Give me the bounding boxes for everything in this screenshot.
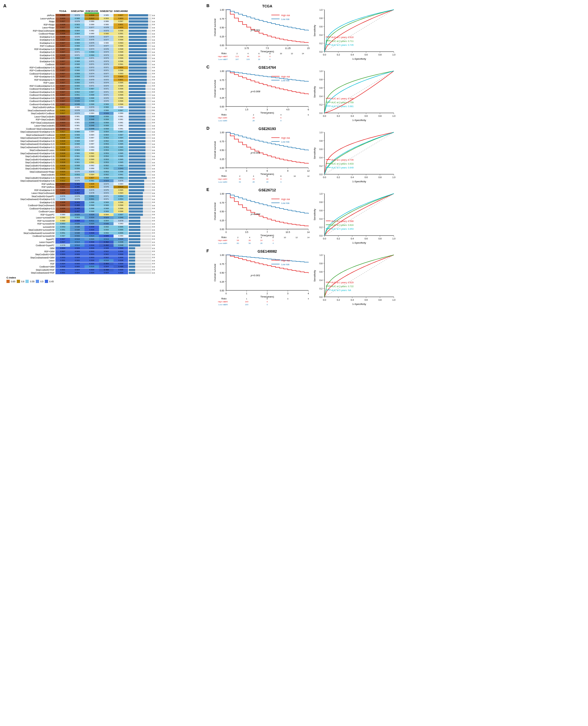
heatmap-cell: 0.628	[56, 201, 70, 204]
bar-fill	[129, 33, 147, 35]
svg-text:0: 0	[226, 108, 227, 111]
svg-text:Risk: Risk	[221, 297, 226, 300]
bar-cell: 0.6	[128, 158, 155, 161]
legend-swatch-045	[45, 280, 48, 283]
heatmap-row: CoxBoost+Enet[alpha=0.2]0.6260.4490.5680…	[3, 207, 203, 210]
svg-text:Risk: Risk	[221, 113, 226, 116]
svg-text:10: 10	[280, 53, 282, 55]
svg-text:1-Specificity: 1-Specificity	[352, 58, 366, 60]
svg-text:0: 0	[226, 236, 227, 238]
svg-text:0.8: 0.8	[319, 17, 322, 19]
bar-fill	[129, 24, 148, 26]
svg-text:0: 0	[226, 298, 227, 300]
row-label: Enet[alpha=0.6]	[3, 60, 56, 63]
bar-cell: 0.6	[128, 140, 155, 143]
heatmap-cell: 0.503	[84, 253, 99, 256]
bar-fill	[129, 122, 145, 124]
bar-cell: 0.6	[128, 130, 155, 133]
bar-cell: 0.5	[128, 216, 155, 219]
svg-text:28: 28	[253, 120, 255, 122]
svg-text:0.0: 0.0	[323, 176, 326, 179]
row-label: RSF+SuperPC	[3, 214, 56, 216]
row-label: StepCox[backward]+Enet[alpha=0.4]	[3, 137, 56, 139]
row-label: RSF+GBM	[3, 250, 56, 253]
heatmap-cell: 0.511	[84, 220, 99, 222]
heatmap-row: StepCox[both]+Enet[alpha=0.4]0.6120.5790…	[3, 177, 203, 180]
heatmap-cell: 0.627	[56, 81, 70, 84]
row-label: CoxBoost+Enet[alpha=0.1]	[3, 72, 56, 75]
svg-text:3: 3	[287, 298, 289, 300]
heatmap-cell: 0.577	[99, 44, 113, 47]
row-label: StepCox[backward]+survivalSVM	[3, 232, 56, 234]
svg-text:100: 100	[245, 304, 249, 306]
heatmap-cell: 0.590	[56, 220, 70, 222]
heatmap-row: RSF+Lasso0.6270.5500.5710.5740.5950.6	[3, 81, 203, 84]
row-label: RSF+Enet[alpha=0.2]	[3, 48, 56, 50]
row-label: RSF+Enet[alpha=0.3]	[3, 189, 56, 191]
bar-cell: 0.6	[128, 124, 155, 127]
svg-text:0.00: 0.00	[220, 105, 224, 108]
heatmap-row: StepCox[backward]+Enet[alpha=0.5]0.6170.…	[3, 130, 203, 133]
heatmap-cell: 0.567	[56, 234, 70, 237]
row-label: StepCox[both]+Enet[alpha=0.5]	[3, 167, 56, 170]
row-label: Lasso+StepCox[both]	[3, 116, 56, 118]
heatmap-cell: 0.619	[113, 186, 128, 188]
svg-text:GSE26712: GSE26712	[259, 188, 276, 192]
heatmap-cell: 0.627	[56, 38, 70, 41]
bar-fill	[129, 167, 145, 170]
heatmap-cell: 0.577	[99, 36, 113, 38]
svg-text:3: 3	[287, 292, 288, 295]
svg-text:8: 8	[280, 175, 281, 177]
bar-cell: 0.5	[128, 250, 155, 253]
heatmap-cell: 0.580	[113, 106, 128, 109]
heatmap-cell: 0.568	[84, 207, 99, 210]
heatmap-cell: 0.548	[70, 103, 84, 106]
heatmap-cell: 0.580	[56, 213, 70, 216]
bar-cell: 0.6	[128, 38, 155, 41]
heatmap-cell: 0.573	[99, 60, 113, 63]
heatmap-cell: 0.593	[113, 42, 128, 44]
bar-cell: 0.6	[128, 100, 155, 103]
heatmap-cell: 0.627	[56, 75, 70, 78]
svg-text:High risk: High risk	[281, 198, 290, 201]
heatmap-cell: 0.607	[84, 177, 99, 180]
svg-text:54: 54	[225, 178, 227, 180]
svg-text:0.4: 0.4	[351, 237, 354, 240]
bar-fill	[129, 198, 143, 200]
heatmap-cell: 0.572	[99, 78, 113, 81]
heatmap-cell: 0.568	[70, 140, 84, 143]
heatmap-cell: 0.507	[56, 250, 70, 253]
heatmap-cell: 0.569	[99, 103, 113, 106]
heatmap-cell: 0.598	[113, 54, 128, 57]
heatmap-cell: 0.569	[99, 210, 113, 213]
svg-text:Sensitivity: Sensitivity	[313, 209, 316, 221]
heatmap-cell: 0.596	[113, 69, 128, 72]
heatmap-cell: 0.580	[99, 42, 113, 44]
svg-text:28: 28	[253, 181, 255, 183]
heatmap-cell: 0.562	[70, 26, 84, 29]
heatmap-row: Enet[alpha=0.6]0.6270.5680.5710.5730.596…	[3, 60, 203, 63]
heatmap-cell: 0.600	[113, 75, 128, 78]
heatmap-cell: 0.553	[70, 216, 84, 219]
km-plot-d: Overall survival0369120.000.250.500.751.…	[212, 126, 312, 186]
heatmap-row: CoxBoost+Enet[alpha=0.8]0.6270.5480.5680…	[3, 103, 203, 106]
heatmap-cell: 0.589	[84, 23, 99, 26]
heatmap-cell: 0.552	[99, 173, 113, 176]
svg-text:28: 28	[260, 242, 262, 244]
heatmap-cell: 0.568	[70, 137, 84, 139]
heatmap-cell: 0.523	[99, 180, 113, 182]
row-label: StepCox[both]+Enet[alpha=0.4]	[3, 177, 56, 179]
heatmap-cell: 0.591	[113, 32, 128, 35]
heatmap-cell: 0.567	[113, 130, 128, 133]
heatmap-cell: 0.585	[99, 14, 113, 17]
bar-fill	[129, 94, 145, 96]
heatmap-row: Lasso+plsRcox0.6200.5680.6120.5930.6030.…	[3, 17, 203, 20]
heatmap-cell: 0.533	[70, 234, 84, 237]
svg-text:0.0: 0.0	[319, 234, 322, 237]
heatmap-row: Enet[alpha=0.5]0.6270.5690.5710.5730.596…	[3, 57, 203, 60]
heatmap-cell: 0.570	[84, 170, 99, 173]
heatmap-row: StepCox[backward]+RSF0.5010.5040.5000.50…	[3, 271, 203, 274]
bar-cell: 0.6	[128, 48, 155, 51]
heatmap-cell: 0.554	[70, 87, 84, 90]
bar-fill	[129, 223, 140, 225]
